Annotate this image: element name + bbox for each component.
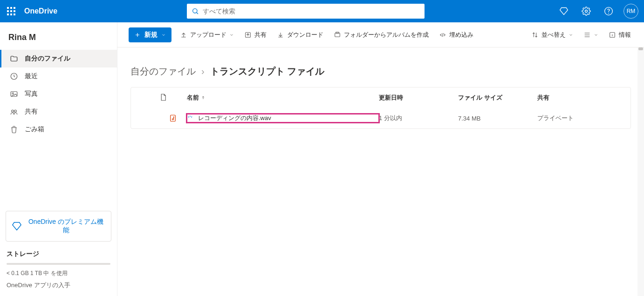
nav-label: ごみ箱	[25, 125, 44, 134]
nav-my-files[interactable]: 自分のファイル	[0, 50, 117, 67]
info-label: 情報	[619, 31, 631, 39]
command-bar: 新規 アップロード 共有 ダウンロード フォルダーからアルバムを作成	[117, 22, 644, 47]
photo-icon	[10, 90, 18, 98]
chevron-down-icon	[569, 33, 573, 37]
svg-point-13	[608, 13, 609, 13]
new-button[interactable]: 新規	[129, 27, 171, 42]
shared-icon	[10, 108, 18, 116]
nav-list: 自分のファイル 最近 写真 共有	[0, 50, 117, 138]
trash-icon	[10, 125, 18, 134]
view-list-icon	[583, 31, 591, 39]
table-row[interactable]: レコーディングの内容.wav 1 分以内 7.34 MB プライベート	[131, 108, 630, 128]
help-icon	[604, 7, 613, 16]
chevron-down-icon	[594, 33, 598, 37]
recent-icon	[10, 72, 18, 81]
file-modified: 1 分以内	[379, 114, 458, 122]
account-avatar[interactable]: RM	[623, 4, 638, 19]
svg-point-9	[192, 9, 197, 13]
svg-point-17	[12, 110, 14, 112]
diamond-icon	[12, 221, 22, 231]
sort-button[interactable]: 並べ替え	[529, 29, 575, 41]
svg-point-11	[585, 10, 587, 13]
col-modified[interactable]: 更新日時	[379, 94, 458, 102]
brand-label[interactable]: OneDrive	[24, 7, 57, 15]
chevron-down-icon	[161, 33, 166, 37]
search-input[interactable]	[203, 7, 420, 15]
nav-trash[interactable]: ごみ箱	[0, 121, 117, 138]
nav-recent[interactable]: 最近	[0, 67, 117, 85]
storage-block: ストレージ < 0.1 GB 1 TB 中 を使用 OneDrive アプリの入…	[0, 250, 117, 296]
main-area: 新規 アップロード 共有 ダウンロード フォルダーからアルバムを作成	[117, 22, 644, 296]
app-launcher[interactable]	[0, 0, 22, 22]
premium-card[interactable]: OneDrive のプレミアム機能	[6, 211, 111, 242]
album-icon	[334, 31, 341, 39]
embed-button[interactable]: 埋め込み	[437, 29, 475, 41]
share-icon	[244, 31, 252, 39]
storage-usage[interactable]: < 0.1 GB 1 TB 中 を使用	[7, 269, 110, 277]
svg-rect-5	[14, 10, 15, 12]
svg-rect-2	[14, 7, 15, 9]
col-size[interactable]: ファイル サイズ	[458, 94, 537, 102]
nav-label: 写真	[25, 90, 38, 98]
waffle-icon	[7, 7, 15, 15]
new-indicator-icon	[187, 115, 193, 121]
sort-label: 並べ替え	[541, 31, 566, 39]
info-icon	[609, 31, 616, 39]
get-app-link[interactable]: OneDrive アプリの入手	[7, 281, 110, 289]
scrollbar[interactable]	[637, 47, 644, 296]
embed-label: 埋め込み	[449, 31, 473, 39]
download-button[interactable]: ダウンロード	[275, 29, 325, 41]
plus-icon	[134, 32, 141, 38]
svg-rect-23	[171, 115, 176, 121]
embed-icon	[439, 31, 446, 39]
svg-rect-8	[14, 13, 15, 15]
svg-rect-4	[10, 10, 12, 12]
svg-point-18	[14, 110, 17, 112]
nav-label: 共有	[25, 108, 38, 116]
storage-bar	[7, 263, 110, 265]
sort-asc-icon	[201, 95, 206, 100]
download-label: ダウンロード	[287, 31, 323, 39]
scrollbar-thumb[interactable]	[638, 47, 643, 50]
nav-label: 最近	[25, 72, 38, 81]
suite-bar: OneDrive RM	[0, 0, 644, 22]
file-sharing: プライベート	[537, 114, 630, 122]
sidebar: Rina M 自分のファイル 最近 写真	[0, 22, 117, 296]
nav-photos[interactable]: 写真	[0, 85, 117, 103]
upload-button[interactable]: アップロード	[178, 29, 236, 41]
file-list: 名前 更新日時 ファイル サイズ 共有 レコーディ	[130, 87, 631, 129]
svg-point-16	[12, 93, 14, 94]
svg-line-10	[196, 13, 198, 14]
breadcrumb: 自分のファイル › トランスクリプト ファイル	[117, 47, 644, 87]
svg-rect-21	[336, 32, 339, 34]
file-name-cell[interactable]: レコーディングの内容.wav	[187, 114, 379, 122]
svg-rect-6	[7, 13, 9, 15]
share-label: 共有	[254, 31, 267, 39]
upload-icon	[180, 31, 187, 39]
settings-button[interactable]	[576, 0, 596, 22]
svg-rect-0	[7, 7, 9, 9]
list-header: 名前 更新日時 ファイル サイズ 共有	[131, 87, 630, 108]
col-sharing[interactable]: 共有	[537, 94, 630, 102]
svg-rect-3	[7, 10, 9, 12]
share-button[interactable]: 共有	[242, 29, 268, 41]
nav-shared[interactable]: 共有	[0, 103, 117, 121]
search-box[interactable]	[187, 4, 425, 19]
diamond-icon	[559, 7, 569, 16]
create-album-button[interactable]: フォルダーからアルバムを作成	[332, 29, 431, 41]
chevron-down-icon	[229, 33, 234, 37]
file-icon	[159, 93, 167, 101]
sort-icon	[531, 31, 539, 39]
help-button[interactable]	[598, 0, 619, 22]
premium-button[interactable]	[554, 0, 574, 22]
info-button[interactable]: 情報	[607, 29, 633, 41]
chevron-right-icon: ›	[201, 66, 205, 77]
nav-label: 自分のファイル	[25, 54, 70, 63]
breadcrumb-parent[interactable]: 自分のファイル	[130, 65, 196, 78]
svg-rect-1	[10, 7, 12, 9]
upload-label: アップロード	[190, 31, 226, 39]
view-button[interactable]	[582, 29, 600, 40]
user-name: Rina M	[0, 22, 117, 50]
col-name[interactable]: 名前	[187, 94, 379, 102]
premium-label: OneDrive のプレミアム機能	[27, 218, 105, 235]
